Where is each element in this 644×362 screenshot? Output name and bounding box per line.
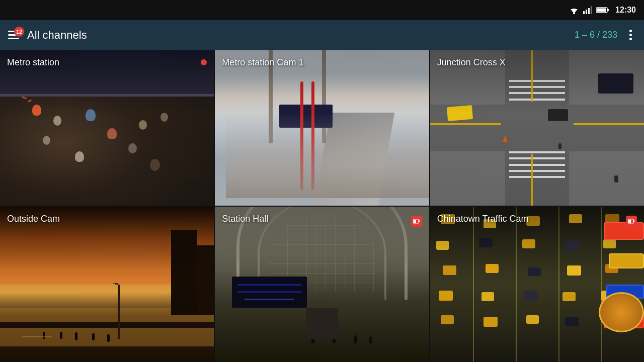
- rec-indicator-station-hall: [411, 216, 422, 227]
- svg-rect-12: [414, 220, 416, 223]
- svg-point-2: [573, 13, 575, 14]
- rec-indicator-chinatown-traffic: [626, 216, 637, 227]
- status-bar: 12:30: [0, 0, 644, 20]
- channel-card-metro-station[interactable]: Metro station: [0, 50, 214, 206]
- channel-label-metro-cam1: Metro station Cam 1: [222, 57, 303, 68]
- channel-label-chinatown-traffic: Chinatown Traffic Cam: [437, 214, 529, 224]
- svg-rect-3: [583, 11, 585, 14]
- channel-grid: Metro station Metro station Cam 1: [0, 50, 644, 362]
- more-options-button[interactable]: [625, 26, 636, 44]
- menu-button[interactable]: 12: [8, 31, 19, 39]
- svg-rect-6: [591, 6, 592, 14]
- channel-label-junction-cross: Junction Cross X: [437, 57, 506, 68]
- battery-icon: [596, 7, 609, 14]
- channel-label-station-hall: Station Hall: [222, 214, 268, 224]
- page-title: All channels: [27, 29, 567, 42]
- channel-card-junction-cross[interactable]: Junction Cross X: [430, 50, 644, 206]
- svg-rect-9: [597, 9, 606, 12]
- status-time: 12:30: [615, 6, 636, 15]
- channel-card-station-hall[interactable]: Station Hall: [215, 207, 429, 362]
- wifi-icon: [569, 6, 579, 14]
- svg-rect-5: [588, 8, 590, 14]
- rec-indicator-metro-station: [201, 59, 207, 65]
- svg-rect-4: [586, 10, 587, 14]
- signal-icon: [583, 6, 592, 14]
- channel-card-metro-cam1[interactable]: Metro station Cam 1: [215, 50, 429, 206]
- notification-badge: 12: [14, 27, 24, 37]
- channel-label-outside-cam: Outside Cam: [7, 214, 60, 224]
- svg-rect-8: [607, 9, 609, 11]
- svg-rect-14: [633, 220, 634, 222]
- svg-rect-15: [628, 220, 631, 223]
- channel-card-outside-cam[interactable]: Outside Cam: [0, 207, 214, 362]
- channel-label-metro-station: Metro station: [7, 57, 59, 68]
- channel-count: 1 – 6 / 233: [575, 30, 617, 40]
- channel-card-chinatown-traffic[interactable]: Chinatown Traffic Cam: [430, 207, 644, 362]
- svg-rect-11: [419, 220, 420, 222]
- header: 12 All channels 1 – 6 / 233: [0, 20, 644, 50]
